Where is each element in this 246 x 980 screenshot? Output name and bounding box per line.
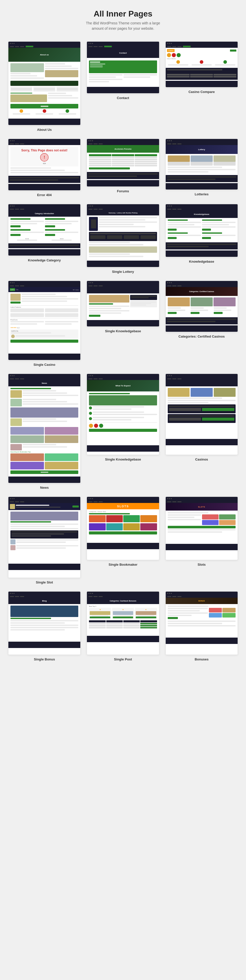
page-item-single-casino: JackPot City ★ 4 stars <box>5 278 84 371</box>
page-header: All Inner Pages The iBid WordPress Theme… <box>0 0 246 36</box>
preview-contact[interactable]: Contact <box>87 41 159 94</box>
casino-compare-label: Casino Compare <box>188 90 215 94</box>
single-slot-label: Slots <box>198 563 206 566</box>
single-knowledgebase-label: Single Knowledgebase <box>105 329 141 333</box>
preview-error-404[interactable]: Sorry, This Page does not exist! ! 404 <box>8 139 81 191</box>
pages-grid: About us <box>0 36 246 673</box>
page-item-single-bonus: BONUS <box>162 589 241 666</box>
preview-news[interactable]: News <box>8 374 81 483</box>
categories-certified-label: Categories: Certified Casinos <box>178 334 225 338</box>
preview-about-us[interactable]: About us <box>8 41 81 125</box>
page-subtitle: The iBid WordPress Theme comes with a la… <box>80 21 166 31</box>
page-item-single-slot: SLOTS <box>162 494 241 589</box>
page-wrapper: All Inner Pages The iBid WordPress Theme… <box>0 0 246 673</box>
single-bookmaker-label: Single Slot <box>36 581 53 584</box>
page-item-error-404: Sorry, This Page does not exist! ! 404 <box>5 136 84 201</box>
page-item-knowledge-category: Category: Introduction <box>5 201 84 278</box>
preview-single-casino[interactable]: JackPot City ★ 4 stars <box>8 281 81 360</box>
slots-label: Single Bookmaker <box>109 563 137 566</box>
what-to-expect-label: Single Knowledgebase <box>105 458 141 461</box>
preview-single-bonus[interactable]: BONUS <box>165 591 238 655</box>
preview-categories-certified[interactable]: Categories: Certified Casinos <box>165 281 238 332</box>
preview-lotteries[interactable]: Lottery <box>165 139 238 190</box>
knowledge-category-label: Knowledge Category <box>28 258 61 262</box>
page-item-single-bookmaker: Single Slot <box>5 494 84 589</box>
casinos-label: Casinos <box>195 458 208 461</box>
preview-single-lottery[interactable]: Samsung - Lottery with Number Picking <box>87 204 159 267</box>
single-post-label: Single Bonus <box>34 657 55 661</box>
page-item-single-lottery: Samsung - Lottery with Number Picking <box>84 201 162 278</box>
preview-knowledge-category[interactable]: Category: Introduction <box>8 204 81 256</box>
preview-knowledgebase[interactable]: Knowledgebase <box>165 204 238 257</box>
preview-casino-compare[interactable]: Casino How it Works <box>165 41 238 88</box>
preview-single-post[interactable]: Blog <box>8 591 81 655</box>
news-label: News <box>40 486 49 490</box>
page-item-casinos: Casinos <box>162 371 241 494</box>
preview-bonuses[interactable]: Categories: Cashback Bonuses Best Top 3 … <box>87 591 159 655</box>
page-item-casino-compare: Casino How it Works <box>162 39 241 136</box>
knowledgebase-label: Knowledgebase <box>189 259 214 263</box>
page-item-about-us: About us <box>5 39 84 136</box>
page-item-contact: Contact <box>84 39 162 136</box>
single-casino-label: Single Casino <box>34 363 55 366</box>
error-404-label: Error 404 <box>37 193 51 197</box>
bonuses-label: Single Post <box>114 657 132 661</box>
page-item-lotteries: Lottery <box>162 136 241 201</box>
preview-single-bookmaker[interactable] <box>8 496 81 578</box>
forums-label: Forums <box>117 189 129 193</box>
preview-what-to-expect[interactable]: What To Expect <box>87 374 159 455</box>
single-lottery-label: Single Lottery <box>112 270 134 274</box>
preview-single-knowledgebase[interactable] <box>87 281 159 327</box>
page-item-bonuses: Categories: Cashback Bonuses Best Top 3 … <box>84 589 162 666</box>
svg-text:!: ! <box>44 155 45 159</box>
page-item-forums: Acciones Forums <box>84 136 162 201</box>
page-item-single-post: Blog Single Bonus <box>5 589 84 666</box>
preview-forums[interactable]: Acciones Forums <box>87 139 159 187</box>
single-bonus-label: Bonuses <box>195 657 209 661</box>
page-item-news: News <box>5 371 84 494</box>
preview-slots[interactable]: SLOTS Categories: Classic Slots <box>87 496 159 560</box>
page-item-categories-certified: Categories: Certified Casinos <box>162 278 241 371</box>
preview-single-slot[interactable]: SLOTS <box>165 496 238 560</box>
lotteries-label: Lotteries <box>195 192 209 196</box>
preview-casinos[interactable] <box>165 374 238 455</box>
page-item-slots: SLOTS Categories: Classic Slots <box>84 494 162 589</box>
page-item-knowledgebase: Knowledgebase <box>162 201 241 278</box>
page-item-single-knowledgebase: Single Knowledgebase <box>84 278 162 371</box>
page-title: All Inner Pages <box>5 9 241 19</box>
about-us-label: About Us <box>37 128 52 132</box>
contact-label: Contact <box>117 96 129 100</box>
page-item-what-to-expect: What To Expect <box>84 371 162 494</box>
